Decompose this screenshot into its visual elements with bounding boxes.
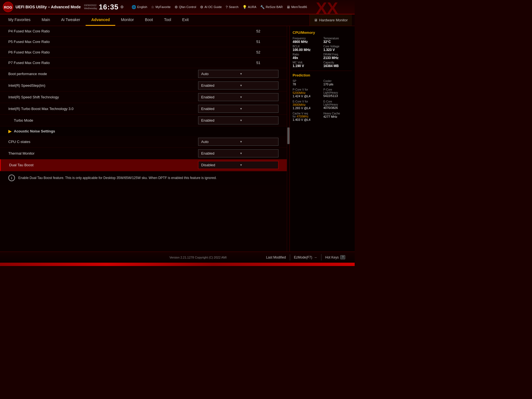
- hw-core-voltage-block: Core Voltage 1.323 V: [323, 45, 352, 52]
- setting-label-turbo-boost: Intel(R) Turbo Boost Max Technology 3.0: [8, 107, 198, 111]
- dropdown-arrow-speedstep-icon: ▼: [240, 84, 275, 87]
- pred-pcore-v-freq: 5200MHz: [293, 91, 321, 94]
- setting-row-p5: P5 Fused Max Core Ratio 51: [0, 37, 287, 47]
- prediction-pcore-row: P-Core V for 5200MHz 1.424 V @L4 P-CoreL…: [293, 88, 352, 98]
- pred-cooler-block: Cooler 170 pts: [323, 80, 352, 86]
- tab-boot[interactable]: Boot: [139, 14, 158, 26]
- frequency-label: Frequency: [293, 37, 321, 40]
- tab-my-favorites[interactable]: My Favorites: [3, 14, 36, 26]
- prediction-sp-row: SP 78 Cooler 170 pts: [293, 80, 352, 86]
- resizebar-button[interactable]: 🔧 ReSize BAR: [260, 5, 283, 9]
- cpu-memory-title: CPU/Memory: [293, 30, 352, 35]
- hotkeys-label: Hot Keys: [325, 255, 339, 259]
- search-button[interactable]: ? Search: [226, 5, 238, 9]
- prediction-ecore-row: E-Core V for 3900MHz 1.265 V @L4 E-CoreL…: [293, 100, 352, 110]
- datetime-block: 03/30/2022Wednesday 16:35 ⚙: [84, 3, 128, 11]
- cpu-cstates-value: Auto: [201, 140, 237, 144]
- pred-ecore-v-block: E-Core V for 3900MHz 1.265 V @L4: [293, 100, 321, 110]
- tab-monitor[interactable]: Monitor: [115, 14, 139, 26]
- temperature-value: 32°C: [323, 40, 352, 44]
- dual-tau-dropdown[interactable]: Disabled ▼: [198, 161, 278, 169]
- tab-main[interactable]: Main: [36, 14, 55, 26]
- prediction-title: Prediction: [293, 73, 352, 77]
- boot-perf-dropdown[interactable]: Auto ▼: [198, 70, 278, 78]
- header-tools: 🌐 English ☆ MyFavorite ⚙ Qfan Control ⚙ …: [132, 5, 352, 9]
- pred-cache-v-value: 1.403 V @L4: [293, 118, 321, 121]
- prediction-cache-row: Cache V reqfor 4700MHz 1.403 V @L4 Heavy…: [293, 112, 352, 121]
- pred-sp-label: SP: [293, 80, 321, 83]
- dropdown-arrow-thermal-icon: ▼: [240, 152, 275, 155]
- tab-ai-tweaker[interactable]: Ai Tweaker: [55, 14, 86, 26]
- turbo-mode-value: Enabled: [201, 118, 237, 122]
- star-icon: ☆: [151, 5, 154, 9]
- setting-row-turbo-boost: Intel(R) Turbo Boost Max Technology 3.0 …: [0, 103, 287, 115]
- setting-label-dual-tau: Dual Tau Boost: [9, 163, 198, 167]
- bclk-value: 100.00 MHz: [293, 48, 321, 52]
- qfan-button[interactable]: ⚙ Qfan Control: [175, 5, 196, 9]
- pred-ecore-v-value: 1.265 V @L4: [293, 106, 321, 110]
- pred-cache-v-label: Cache V reqfor 4700MHz: [293, 112, 321, 118]
- turbo-mode-dropdown[interactable]: Enabled ▼: [198, 116, 278, 124]
- settings-panel: P4 Fused Max Core Ratio 52 P5 Fused Max …: [0, 26, 287, 252]
- setting-row-dual-tau: Dual Tau Boost Disabled ▼: [0, 159, 287, 171]
- setting-label-speed-shift: Intel(R) Speed Shift Technology: [8, 95, 198, 99]
- pred-pcore-lh-label: P-CoreLight/Heavy: [323, 88, 352, 94]
- last-modified-button[interactable]: Last Modified: [262, 254, 290, 260]
- pred-heavy-cache-block: Heavy Cache 4277 MHz: [323, 112, 352, 121]
- hw-bclk-block: BCLK 100.00 MHz: [293, 45, 321, 52]
- speed-shift-value: Enabled: [201, 95, 237, 99]
- ratio-label: Ratio: [293, 53, 321, 56]
- setting-row-cpu-cstates: CPU C-states Auto ▼: [0, 136, 287, 148]
- footer-version: Version 2.21.1278 Copyright (C) 2022 AMI: [134, 256, 262, 259]
- scrollbar-track[interactable]: [287, 26, 290, 252]
- dropdown-arrow-cstates-icon: ▼: [240, 140, 275, 143]
- monitor-icon: 🖥: [314, 18, 318, 22]
- hardware-monitor-panel: CPU/Memory Frequency 4900 MHz Temperatur…: [290, 26, 355, 252]
- resize-icon: 🔧: [260, 5, 265, 9]
- myfavorite-label: MyFavorite: [155, 5, 170, 9]
- header-bar: ROG UEFI BIOS Utility – Advanced Mode 03…: [0, 0, 355, 14]
- mc-volt-value: 1.190 V: [293, 64, 321, 68]
- tab-exit[interactable]: Exit: [177, 14, 194, 26]
- setting-value-p5: 51: [256, 40, 278, 44]
- ezmode-button[interactable]: EzMode(F7) →: [290, 254, 321, 260]
- hotkeys-button[interactable]: Hot Keys ?: [321, 254, 349, 260]
- pred-ecore-v-freq: 3900MHz: [293, 103, 321, 106]
- aura-button[interactable]: 💡 AURA: [242, 5, 257, 9]
- speed-shift-dropdown[interactable]: Enabled ▼: [198, 93, 278, 101]
- settings-gear-icon[interactable]: ⚙: [120, 5, 124, 9]
- setting-row-p4: P4 Fused Max Core Ratio 52: [0, 26, 287, 37]
- hw-mcvolt-block: MC Volt. 1.190 V: [293, 61, 321, 68]
- tab-tool[interactable]: Tool: [158, 14, 177, 26]
- thermal-monitor-dropdown[interactable]: Enabled ▼: [198, 149, 278, 157]
- pred-sp-value: 78: [293, 83, 321, 86]
- hw-divider: [293, 71, 352, 71]
- setting-label-cpu-cstates: CPU C-states: [8, 140, 198, 144]
- svg-text:ROG: ROG: [4, 5, 12, 9]
- cpu-cstates-dropdown[interactable]: Auto ▼: [198, 138, 278, 146]
- section-acoustic-noise[interactable]: ▶ Acoustic Noise Settings: [0, 126, 287, 136]
- setting-label-speedstep: Intel(R) SpeedStep(tm): [8, 83, 198, 88]
- aioc-label: AI OC Guide: [204, 5, 222, 9]
- memtest-button[interactable]: 🖥 MemTest86: [287, 5, 307, 9]
- boot-perf-value: Auto: [201, 72, 237, 76]
- setting-label-p6: P6 Fused Max Core Ratio: [8, 50, 256, 54]
- language-button[interactable]: 🌐 English: [132, 5, 147, 9]
- myfavorite-button[interactable]: ☆ MyFavorite: [151, 5, 170, 9]
- nav-tabs: My Favorites Main Ai Tweaker Advanced Mo…: [0, 14, 355, 26]
- info-bar: i Enable Dual Tau Boost feature. This is…: [0, 171, 287, 185]
- hardware-monitor-tab[interactable]: 🖥 Hardware Monitor: [310, 14, 352, 26]
- time-display: 16:35: [99, 3, 119, 11]
- aioc-button[interactable]: ⚙ AI OC Guide: [200, 5, 222, 9]
- speedstep-dropdown[interactable]: Enabled ▼: [198, 81, 278, 89]
- thermal-monitor-value: Enabled: [201, 151, 237, 155]
- turbo-boost-dropdown[interactable]: Enabled ▼: [198, 105, 278, 113]
- pred-pcore-v-value: 1.424 V @L4: [293, 94, 321, 98]
- setting-label-turbo-mode: Turbo Mode: [8, 118, 198, 122]
- pred-sp-block: SP 78: [293, 80, 321, 86]
- scrollbar-thumb[interactable]: [287, 127, 290, 144]
- tab-advanced[interactable]: Advanced: [86, 14, 115, 26]
- last-modified-label: Last Modified: [266, 255, 286, 259]
- capacity-value: 16384 MB: [323, 64, 352, 68]
- pred-cooler-value: 170 pts: [323, 83, 352, 86]
